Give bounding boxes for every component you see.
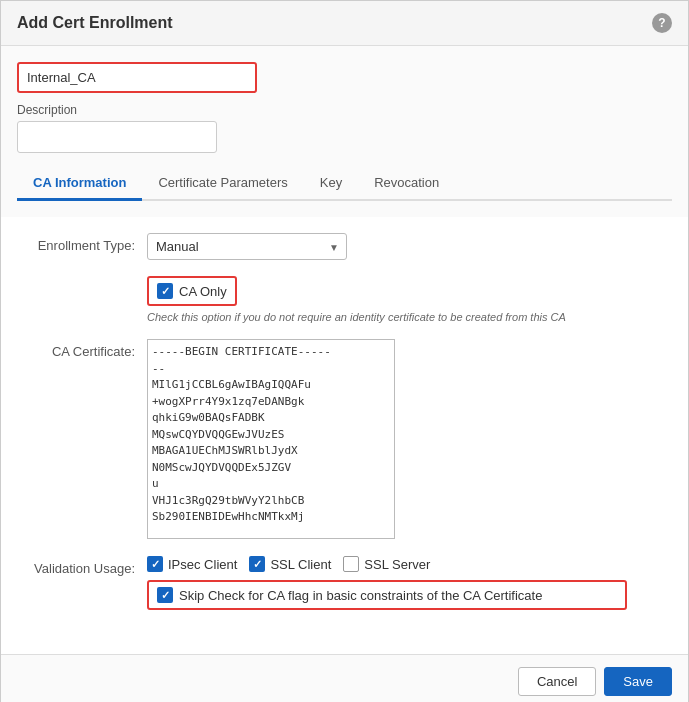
skip-check-wrapper: Skip Check for CA flag in basic constrai… [147, 580, 627, 610]
ca-certificate-label: CA Certificate: [17, 339, 147, 359]
cancel-button[interactable]: Cancel [518, 667, 596, 696]
save-button[interactable]: Save [604, 667, 672, 696]
ssl-client-label: SSL Client [270, 557, 331, 572]
tab-ca-information[interactable]: CA Information [17, 167, 142, 201]
ssl-server-label: SSL Server [364, 557, 430, 572]
dialog-footer: Cancel Save [1, 654, 688, 702]
enrollment-type-select[interactable]: Manual SCEP EST [147, 233, 347, 260]
add-cert-enrollment-dialog: Add Cert Enrollment ? Description CA Inf… [0, 0, 689, 702]
tab-certificate-parameters[interactable]: Certificate Parameters [142, 167, 303, 201]
enrollment-type-select-wrapper: Manual SCEP EST ▼ [147, 233, 347, 260]
tab-content-ca-information: Enrollment Type: Manual SCEP EST ▼ CA On… [1, 217, 688, 654]
name-input[interactable] [17, 62, 257, 93]
enrollment-type-label: Enrollment Type: [17, 233, 147, 253]
ipsec-client-checkbox[interactable] [147, 556, 163, 572]
tab-key[interactable]: Key [304, 167, 358, 201]
ca-only-label: CA Only [179, 284, 227, 299]
ssl-server-item: SSL Server [343, 556, 430, 572]
ca-only-hint: Check this option if you do not require … [147, 310, 577, 325]
ca-certificate-control: -----BEGIN CERTIFICATE----- -- MIlG1jCCB… [147, 339, 672, 542]
ca-only-checkbox[interactable] [157, 283, 173, 299]
skip-check-label: Skip Check for CA flag in basic constrai… [179, 588, 542, 603]
ssl-client-item: SSL Client [249, 556, 331, 572]
validation-usage-label: Validation Usage: [17, 556, 147, 576]
tab-bar: CA Information Certificate Parameters Ke… [17, 167, 672, 201]
help-icon[interactable]: ? [652, 13, 672, 33]
dialog-header: Add Cert Enrollment ? [1, 1, 688, 46]
skip-check-checkbox[interactable] [157, 587, 173, 603]
ca-only-wrapper: CA Only [147, 276, 237, 306]
validation-usage-row: Validation Usage: IPsec Client SSL Clien… [1, 556, 688, 610]
ssl-client-checkbox[interactable] [249, 556, 265, 572]
spacer [1, 624, 688, 654]
description-label: Description [17, 103, 672, 117]
cert-container: -----BEGIN CERTIFICATE----- -- MIlG1jCCB… [147, 339, 395, 542]
validation-usage-control: IPsec Client SSL Client SSL Server Skip … [147, 556, 672, 610]
tab-revocation[interactable]: Revocation [358, 167, 455, 201]
ipsec-client-label: IPsec Client [168, 557, 237, 572]
validation-checkboxes: IPsec Client SSL Client SSL Server [147, 556, 672, 572]
enrollment-type-row: Enrollment Type: Manual SCEP EST ▼ CA On… [1, 233, 688, 325]
ca-certificate-row: CA Certificate: -----BEGIN CERTIFICATE--… [1, 339, 688, 542]
description-input[interactable] [17, 121, 217, 153]
ca-certificate-textarea[interactable]: -----BEGIN CERTIFICATE----- -- MIlG1jCCB… [147, 339, 395, 539]
enrollment-type-control: Manual SCEP EST ▼ CA Only Check this opt… [147, 233, 672, 325]
ipsec-client-item: IPsec Client [147, 556, 237, 572]
dialog-body: Description CA Information Certificate P… [1, 46, 688, 217]
ssl-server-checkbox[interactable] [343, 556, 359, 572]
dialog-title: Add Cert Enrollment [17, 14, 173, 32]
